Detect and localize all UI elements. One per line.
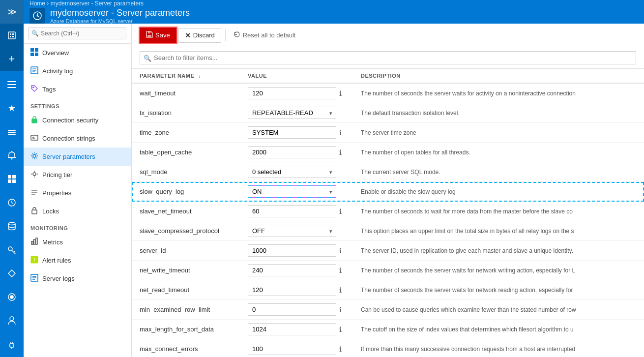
params-table: PARAMETER NAME ↓ VALUE DESCRIPTION bbox=[132, 69, 644, 357]
sidebar-item-pricing-tier[interactable]: Pricing tier bbox=[24, 166, 131, 184]
hamburger-icon-btn[interactable] bbox=[0, 73, 24, 96]
param-value-select[interactable]: ONOFF bbox=[248, 185, 336, 198]
svg-point-43 bbox=[33, 87, 34, 88]
sidebar-item-label-properties: Properties bbox=[42, 189, 71, 197]
toolbar: Save ✕ Discard Reset all to default bbox=[132, 24, 644, 47]
info-icon[interactable]: ℹ bbox=[339, 326, 342, 333]
save-button[interactable]: Save bbox=[140, 28, 176, 43]
param-value-input[interactable] bbox=[248, 264, 336, 276]
collapse-icon-btn[interactable]: ≫ bbox=[0, 0, 24, 24]
param-value-input[interactable] bbox=[248, 343, 336, 355]
svg-rect-6 bbox=[7, 84, 16, 85]
param-value-input[interactable] bbox=[248, 284, 336, 296]
svg-point-49 bbox=[33, 154, 36, 157]
svg-marker-23 bbox=[8, 270, 15, 277]
monitoring-section-label: MONITORING bbox=[24, 220, 131, 233]
param-name-cell: slave_compressed_protocol bbox=[132, 221, 240, 241]
reset-button[interactable]: Reset all to default bbox=[230, 28, 300, 42]
sidebar-item-server-logs[interactable]: Server logs bbox=[24, 269, 131, 288]
param-value-select[interactable]: 0 selected bbox=[248, 166, 336, 178]
info-icon[interactable]: ℹ bbox=[339, 208, 342, 215]
sidebar-item-locks[interactable]: Locks bbox=[24, 202, 131, 220]
svg-rect-46 bbox=[31, 135, 38, 140]
page-content: Save ✕ Discard Reset all to default 🔍 bbox=[132, 24, 644, 357]
info-icon[interactable]: ℹ bbox=[339, 345, 342, 353]
svg-rect-4 bbox=[12, 36, 14, 37]
sidebar-item-alert-rules[interactable]: ! Alert rules bbox=[24, 251, 131, 269]
diamond-icon-btn[interactable] bbox=[0, 262, 24, 285]
content-area: 🔍 Overview Activity log T bbox=[24, 24, 644, 357]
param-name-cell: max_length_for_sort_data bbox=[132, 320, 240, 339]
param-desc-cell: The number of open tables for all thread… bbox=[353, 143, 644, 162]
info-icon[interactable]: ℹ bbox=[339, 306, 342, 314]
svg-point-19 bbox=[8, 223, 15, 225]
sidebar-search-input[interactable] bbox=[29, 28, 126, 39]
title-text-wrap: mydemoserver - Server parameters Azure D… bbox=[50, 8, 190, 24]
star-icon-btn[interactable]: ★ bbox=[0, 96, 24, 120]
discard-icon: ✕ bbox=[185, 31, 191, 39]
sidebar-item-activity-log[interactable]: Activity log bbox=[24, 62, 131, 80]
info-icon[interactable]: ℹ bbox=[339, 247, 342, 255]
svg-point-34 bbox=[37, 15, 38, 17]
param-desc-cell: The number of seconds the server waits f… bbox=[353, 280, 644, 300]
db-icon-btn[interactable] bbox=[0, 214, 24, 238]
svg-rect-64 bbox=[147, 35, 151, 37]
sidebar-item-overview[interactable]: Overview bbox=[24, 44, 131, 62]
reset-icon bbox=[234, 31, 240, 39]
reset-label: Reset all to default bbox=[243, 31, 296, 39]
param-desc-cell: The current server SQL mode. bbox=[353, 162, 644, 182]
col-header-param[interactable]: PARAMETER NAME ↓ bbox=[132, 69, 240, 83]
person-icon-btn[interactable] bbox=[0, 309, 24, 332]
svg-rect-55 bbox=[31, 241, 33, 244]
info-icon[interactable]: ℹ bbox=[339, 286, 342, 294]
table-row: time_zoneℹThe server time zone bbox=[132, 123, 644, 143]
param-value-cell: ℹ bbox=[240, 320, 353, 339]
sidebar-item-label-pricing-tier: Pricing tier bbox=[42, 171, 72, 178]
plug-icon-btn[interactable] bbox=[0, 333, 24, 357]
clock-icon-btn[interactable] bbox=[0, 191, 24, 214]
new-icon-btn[interactable]: + bbox=[0, 47, 24, 71]
sidebar-item-properties[interactable]: Properties bbox=[24, 184, 131, 202]
param-value-input[interactable] bbox=[248, 205, 336, 217]
param-name-cell: server_id bbox=[132, 241, 240, 261]
sidebar-item-connection-security[interactable]: Connection security bbox=[24, 111, 131, 129]
sidebar-item-server-parameters[interactable]: Server parameters bbox=[24, 148, 131, 166]
key-icon-btn[interactable] bbox=[0, 238, 24, 262]
param-value-input[interactable] bbox=[248, 126, 336, 139]
param-value-cell: ℹ bbox=[240, 261, 353, 280]
discard-button[interactable]: ✕ Discard bbox=[178, 28, 221, 43]
param-value-input[interactable] bbox=[248, 303, 336, 316]
table-row: net_read_timeoutℹThe number of seconds t… bbox=[132, 280, 644, 300]
param-value-input[interactable] bbox=[248, 244, 336, 257]
metrics-icon bbox=[30, 238, 38, 247]
param-value-select[interactable]: REPEATABLE-READREAD-COMMITTEDREAD-UNCOMM… bbox=[248, 107, 336, 119]
breadcrumb: Home › mydemoserver - Server parameters bbox=[29, 0, 190, 7]
svg-rect-44 bbox=[32, 119, 37, 123]
home-icon-btn[interactable] bbox=[0, 24, 24, 47]
param-value-cell: OFFON▾ bbox=[240, 221, 353, 241]
overview-icon bbox=[30, 48, 38, 58]
param-value-select[interactable]: OFFON bbox=[248, 225, 336, 237]
title-row: mydemoserver - Server parameters Azure D… bbox=[29, 8, 190, 24]
info-icon[interactable]: ℹ bbox=[339, 129, 342, 137]
grid-icon-btn[interactable] bbox=[0, 167, 24, 191]
circle-icon-btn[interactable] bbox=[0, 285, 24, 309]
sidebar-item-metrics[interactable]: Metrics bbox=[24, 233, 131, 251]
svg-point-25 bbox=[10, 296, 13, 298]
param-value-input[interactable] bbox=[248, 146, 336, 158]
sidebar-item-connection-strings[interactable]: Connection strings bbox=[24, 129, 131, 148]
info-icon[interactable]: ℹ bbox=[339, 267, 342, 274]
sidebar-item-tags[interactable]: Tags bbox=[24, 80, 131, 98]
param-value-input[interactable] bbox=[248, 323, 336, 335]
breadcrumb-home[interactable]: Home bbox=[29, 0, 45, 7]
table-row: slave_net_timeoutℹThe number of seconds … bbox=[132, 202, 644, 221]
search-icon: 🔍 bbox=[31, 30, 39, 37]
param-value-cell: ℹ bbox=[240, 83, 353, 103]
filter-input[interactable] bbox=[140, 51, 636, 64]
table-row: slow_query_logONOFF▾Enable or disable th… bbox=[132, 182, 644, 202]
info-icon[interactable]: ℹ bbox=[339, 89, 342, 97]
bell-icon-btn[interactable] bbox=[0, 144, 24, 167]
info-icon[interactable]: ℹ bbox=[339, 149, 342, 156]
param-value-input[interactable] bbox=[248, 87, 336, 99]
layers-icon-btn[interactable] bbox=[0, 120, 24, 144]
